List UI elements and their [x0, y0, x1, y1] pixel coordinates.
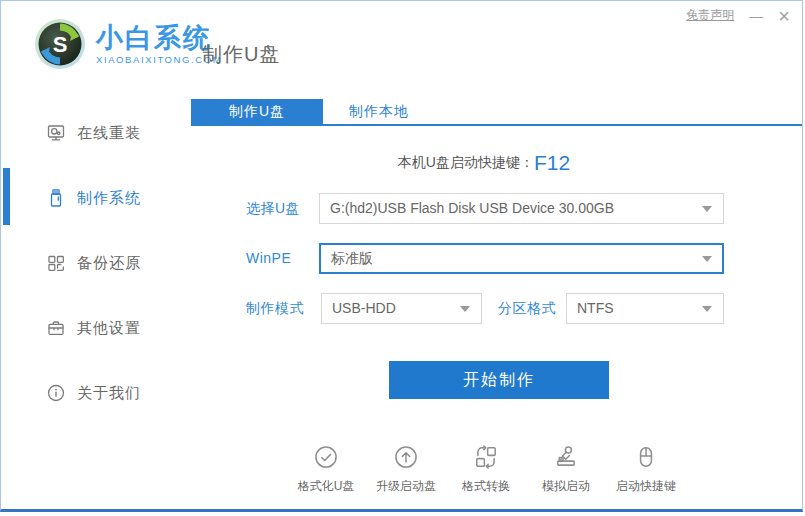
- tool-format-convert[interactable]: 格式转换: [446, 444, 526, 495]
- usb-select-dropdown[interactable]: G:(hd2)USB Flash Disk USB Device 30.00GB: [319, 193, 724, 224]
- sidebar-item-label: 关于我们: [77, 373, 141, 413]
- arrow-up-circle-icon: [393, 444, 419, 474]
- tool-simulate-boot[interactable]: 模拟启动: [526, 444, 606, 495]
- svg-text:S: S: [53, 32, 68, 57]
- usb-drive-icon: [46, 188, 66, 208]
- monitor-icon: [46, 123, 66, 143]
- sidebar-item-label: 备份还原: [77, 243, 141, 283]
- mode-dropdown[interactable]: USB-HDD: [321, 293, 482, 324]
- partition-dropdown[interactable]: NTFS: [566, 293, 724, 324]
- tool-label: 模拟启动: [542, 478, 590, 495]
- titlebar-controls: 免责声明 — ×: [686, 7, 790, 24]
- boot-hotkey-line: 本机U盘启动快捷键：F12: [186, 151, 782, 175]
- tab-make-local[interactable]: 制作本地: [323, 99, 435, 124]
- boot-hotkey-label: 本机U盘启动快捷键：: [398, 154, 534, 170]
- sidebar-item-other-settings[interactable]: 其他设置: [1, 308, 186, 348]
- winpe-dropdown[interactable]: 标准版: [319, 243, 724, 274]
- winpe-value: 标准版: [331, 245, 373, 272]
- sidebar-item-online-reinstall[interactable]: 在线重装: [1, 113, 186, 153]
- sidebar-item-backup-restore[interactable]: 备份还原: [1, 243, 186, 283]
- stamp-icon: [553, 444, 579, 474]
- grid-icon: [46, 253, 66, 273]
- tool-upgrade-boot-disk[interactable]: 升级启动盘: [366, 444, 446, 495]
- sidebar-item-label: 其他设置: [77, 308, 141, 348]
- partition-value: NTFS: [577, 294, 614, 323]
- sidebar-item-label: 制作系统: [77, 178, 141, 218]
- info-icon: [46, 383, 66, 403]
- start-make-button[interactable]: 开始制作: [389, 361, 609, 399]
- tool-boot-hotkeys[interactable]: 启动快捷键: [606, 444, 686, 495]
- mode-value: USB-HDD: [332, 294, 396, 323]
- sidebar-item-make-system[interactable]: 制作系统: [1, 178, 186, 218]
- chevron-down-icon: [460, 306, 470, 312]
- boot-hotkey-value: F12: [534, 151, 570, 174]
- tool-label: 格式化U盘: [298, 478, 355, 495]
- bottom-toolbar: 格式化U盘 升级启动盘 格式转换: [286, 444, 686, 495]
- sidebar-item-about-us[interactable]: 关于我们: [1, 373, 186, 413]
- minimize-button[interactable]: —: [749, 8, 763, 24]
- disclaimer-link[interactable]: 免责声明: [686, 7, 734, 24]
- tab-make-usb[interactable]: 制作U盘: [191, 99, 323, 124]
- briefcase-icon: [46, 318, 66, 338]
- tool-label: 格式转换: [462, 478, 510, 495]
- mouse-icon: [633, 444, 659, 474]
- convert-icon: [473, 444, 499, 474]
- usb-select-value: G:(hd2)USB Flash Disk USB Device 30.00GB: [330, 194, 614, 223]
- usb-select-label: 选择U盘: [246, 193, 300, 224]
- check-circle-icon: [313, 444, 339, 474]
- tab-underline: [191, 124, 802, 126]
- winpe-label: WinPE: [246, 243, 291, 274]
- partition-label: 分区格式: [498, 293, 556, 324]
- brand-logo-icon: S: [34, 18, 86, 70]
- mode-label: 制作模式: [246, 293, 304, 324]
- chevron-down-icon: [702, 256, 712, 262]
- chevron-down-icon: [702, 306, 712, 312]
- page-title: 制作U盘: [202, 41, 280, 68]
- close-button[interactable]: ×: [778, 8, 790, 24]
- sidebar-item-label: 在线重装: [77, 113, 141, 153]
- tool-label: 启动快捷键: [616, 478, 676, 495]
- app-window: 免责声明 — × S 小白系统 XIAOBAIXITONG.COM 制作U盘: [0, 0, 803, 512]
- tool-label: 升级启动盘: [376, 478, 436, 495]
- tool-format-usb[interactable]: 格式化U盘: [286, 444, 366, 495]
- chevron-down-icon: [702, 206, 712, 212]
